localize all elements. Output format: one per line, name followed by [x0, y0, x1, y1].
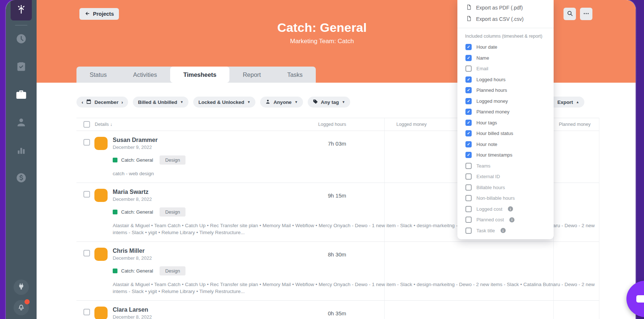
briefcase-icon — [15, 89, 27, 100]
included-column-option[interactable]: External ID — [457, 171, 554, 182]
checkbox[interactable]: ✓ — [465, 152, 472, 158]
checkbox[interactable]: ✓ — [465, 44, 472, 50]
tab-timesheets[interactable]: Timesheets — [170, 67, 230, 83]
table-row[interactable]: Clara Larsen December 8, 2022 0h 35m Cat… — [76, 301, 599, 319]
checkbox[interactable] — [465, 217, 472, 223]
included-column-option[interactable]: ✓ Planned money — [457, 106, 554, 117]
column-header-logged-money[interactable]: Logged money — [377, 122, 427, 127]
search-button[interactable] — [564, 8, 576, 20]
assignee-filter[interactable]: Anyone ▼ — [260, 97, 303, 108]
included-column-label: Task title — [476, 228, 495, 233]
page-subtitle: Marketing Team: Catch — [194, 38, 450, 45]
column-header-details[interactable]: Details ↓ — [95, 122, 112, 127]
included-column-option[interactable]: ✓ Hour date — [457, 42, 554, 53]
included-column-option[interactable]: Email — [457, 63, 554, 74]
next-month-icon[interactable]: › — [121, 100, 123, 105]
included-column-option[interactable]: Non-billable hours — [457, 193, 554, 204]
included-column-option[interactable]: ✓ Name — [457, 53, 554, 64]
entry-tags: Catch: General Design — [113, 266, 599, 275]
included-column-option[interactable]: Teams — [457, 161, 554, 172]
row-checkbox[interactable] — [83, 309, 90, 315]
row-checkbox[interactable] — [83, 250, 90, 256]
billing-filter[interactable]: Billed & Unbilled ▼ — [133, 97, 188, 108]
integrations-button[interactable] — [14, 279, 29, 295]
sidebar-item-reports[interactable] — [13, 142, 29, 158]
sidebar-bottom — [14, 274, 29, 319]
tab-tasks[interactable]: Tasks — [274, 67, 316, 83]
row-checkbox[interactable] — [83, 139, 90, 146]
checkbox[interactable]: ✓ — [465, 98, 472, 104]
tag-filter-label: Any tag — [321, 100, 339, 105]
tab-status[interactable]: Status — [76, 67, 120, 83]
tag-filter[interactable]: Any tag ▼ — [308, 97, 350, 108]
tag-badge[interactable]: Design — [160, 266, 185, 275]
bell-icon — [17, 303, 25, 312]
sidebar-item-time[interactable] — [13, 31, 29, 47]
checkbox[interactable]: ✓ — [465, 76, 472, 83]
tag-badge[interactable]: Design — [160, 155, 185, 165]
checkbox[interactable]: ✓ — [465, 120, 472, 126]
included-column-label: External ID — [476, 174, 500, 179]
project-label: Catch: General — [121, 268, 153, 274]
included-column-option[interactable]: ✓ Hour note — [457, 139, 554, 150]
included-column-option[interactable]: ✓ Hour timestamps — [457, 150, 554, 161]
logged-hours-value: 8h 30m — [296, 251, 346, 258]
checkbox[interactable]: ✓ — [465, 55, 472, 61]
locked-filter-label: Locked & Unlocked — [198, 100, 244, 105]
checkbox[interactable] — [465, 65, 472, 72]
app-window: Projects Catch: General Marketing Team: … — [6, 0, 636, 319]
date-range-picker[interactable]: ‹ December › — [76, 97, 128, 108]
back-button-label: Projects — [93, 11, 114, 17]
sidebar-item-people[interactable] — [13, 114, 29, 130]
included-column-option[interactable]: Planned cost i — [457, 214, 554, 225]
included-column-option[interactable]: Logged cost i — [457, 204, 554, 215]
sidebar-item-billing[interactable] — [13, 170, 29, 186]
included-column-option[interactable]: ✓ Hour billed status — [457, 128, 554, 139]
more-options-button[interactable] — [580, 8, 592, 20]
included-column-option[interactable]: ✓ Planned hours — [457, 85, 554, 96]
included-column-label: Hour timestamps — [476, 152, 512, 158]
table-row[interactable]: Chris Miller December 8, 2022 8h 30m Cat… — [76, 242, 599, 301]
tab-activities[interactable]: Activities — [120, 67, 170, 83]
notifications-button[interactable] — [14, 300, 29, 315]
project-tabs: Status Activities Timesheets Report Task… — [76, 67, 316, 83]
export-csv-menu-item[interactable]: Export as CSV (.csv) — [457, 13, 554, 25]
checkbox[interactable] — [465, 206, 472, 212]
checkbox[interactable]: ✓ — [465, 141, 472, 147]
select-all-checkbox[interactable] — [83, 121, 90, 128]
prev-month-icon[interactable]: ‹ — [82, 100, 83, 105]
checkbox[interactable]: ✓ — [465, 109, 472, 115]
file-icon — [466, 4, 472, 11]
chevron-down-icon: ▼ — [180, 100, 183, 104]
row-checkbox[interactable] — [83, 191, 90, 198]
tag-badge[interactable]: Design — [160, 207, 185, 217]
sidebar-item-projects[interactable] — [13, 86, 29, 102]
included-column-option[interactable]: ✓ Hour tags — [457, 117, 554, 128]
checkbox[interactable]: ✓ — [465, 87, 472, 93]
notification-badge — [25, 299, 30, 304]
included-column-option[interactable]: ✓ Logged hours — [457, 74, 554, 85]
included-column-label: Logged hours — [476, 77, 506, 82]
locked-filter[interactable]: Locked & Unlocked ▼ — [193, 97, 255, 108]
chevron-down-icon: ▼ — [342, 100, 345, 104]
checkbox[interactable]: ✓ — [465, 130, 472, 136]
month-label: December — [94, 100, 118, 105]
app-logo[interactable] — [11, 0, 32, 20]
included-column-option[interactable]: ✓ Logged money — [457, 96, 554, 107]
included-column-option[interactable]: Billable hours — [457, 182, 554, 193]
avatar — [94, 307, 108, 319]
project-color-swatch — [113, 158, 117, 162]
tab-report[interactable]: Report — [229, 67, 274, 83]
column-header-logged-hours[interactable]: Logged hours — [296, 122, 346, 127]
checkbox[interactable] — [465, 228, 472, 234]
checkbox[interactable] — [465, 184, 472, 191]
included-column-option[interactable]: Task title i — [457, 225, 554, 236]
back-to-projects-button[interactable]: Projects — [79, 8, 119, 20]
export-pdf-menu-item[interactable]: Export as PDF (.pdf) — [457, 2, 554, 13]
checkbox[interactable] — [465, 173, 472, 180]
sidebar-item-tasks[interactable] — [13, 59, 29, 75]
included-column-label: Email — [476, 66, 488, 71]
main-area: Projects Catch: General Marketing Team: … — [37, 0, 636, 319]
checkbox[interactable] — [465, 163, 472, 169]
checkbox[interactable] — [465, 195, 472, 201]
